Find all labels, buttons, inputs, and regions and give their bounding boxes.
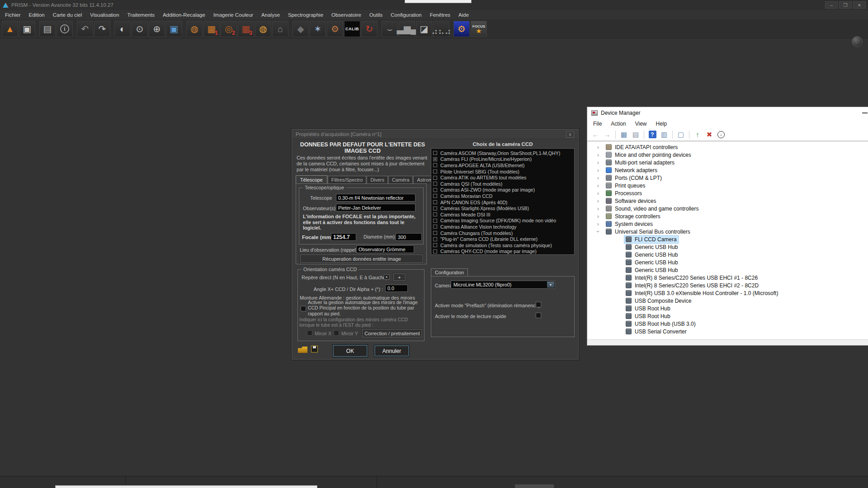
tree-item-usb-root-hub[interactable]: USB Root Hub: [587, 305, 868, 312]
tree-item-ide-ata-atapi-controllers[interactable]: ›IDE ATA/ATAPI controllers: [587, 143, 868, 151]
camera-checkbox[interactable]: [433, 206, 437, 211]
filter-wheel-icon[interactable]: ◍: [255, 21, 271, 37]
zoom-plus-icon[interactable]: ⊕: [149, 21, 165, 37]
tree-item-ports-com-lpt[interactable]: ›Ports (COM & LPT): [587, 174, 868, 182]
expand-chevron-icon[interactable]: ›: [594, 205, 602, 212]
dialog-titlebar[interactable]: Propriétés d'acquisition [Caméra n°1]: [292, 129, 578, 139]
repere-checkbox[interactable]: X: [384, 274, 389, 280]
autoguide-icon[interactable]: ⚙: [453, 21, 470, 37]
expand-chevron-icon[interactable]: ›: [594, 182, 602, 189]
dm-menu-file[interactable]: File: [589, 119, 606, 128]
camera-list-item[interactable]: Caméras Moravian CCD: [431, 193, 574, 199]
contrast-icon[interactable]: ◐: [114, 21, 131, 37]
minimize-button[interactable]: –: [825, 1, 838, 9]
ok-button[interactable]: OK: [333, 345, 368, 357]
tree-item-body[interactable]: Intel(R) 8 Series/C220 Series USB EHCI #…: [624, 282, 760, 289]
camera-list-item[interactable]: XCaméras FLI (ProLine/MicroLine/Hyperion…: [431, 156, 574, 163]
forward-icon[interactable]: →: [602, 130, 612, 140]
camera-checkbox[interactable]: [433, 176, 437, 180]
tree-item-system-devices[interactable]: ›System devices: [587, 220, 868, 228]
menu-observatoire[interactable]: Observatoire: [327, 11, 365, 19]
camera-list-item[interactable]: Caméras Imaging Source (DFK/DMK) mode no…: [431, 218, 574, 224]
tree-item-intel-r-8-series-c220-series-usb-ehci-2-8c2d[interactable]: Intel(R) 8 Series/C220 Series USB EHCI #…: [587, 282, 868, 289]
camera-list-item[interactable]: Caméras Starlight-Xpress (Modèles USB): [431, 205, 574, 211]
tree-item-body[interactable]: Generic USB Hub: [624, 267, 679, 274]
camera-checkbox[interactable]: [433, 169, 437, 174]
matrix-icon[interactable]: ◪: [416, 21, 432, 37]
console-icon[interactable]: ▦: [619, 130, 629, 140]
tree-item-fli-ccd-camera[interactable]: FLI CCD Camera: [587, 235, 868, 243]
tree-item-multi-port-serial-adapters[interactable]: ›Multi-port serial adapters: [587, 159, 868, 166]
focus-icon[interactable]: FOCUS★: [471, 21, 487, 37]
menu-analyse[interactable]: Analyse: [257, 11, 284, 19]
export-image-icon[interactable]: ▤: [39, 21, 56, 37]
expand-chevron-icon[interactable]: ›: [594, 151, 602, 158]
camera-list-item[interactable]: Caméras ASI-ZWO (mode image par image): [431, 187, 574, 193]
menu-edition[interactable]: Edition: [25, 11, 49, 19]
diametre-field[interactable]: 300: [396, 233, 422, 241]
zoom-icon[interactable]: ⊙: [132, 21, 148, 37]
dialog-close-button[interactable]: x: [566, 131, 574, 138]
camera-checkbox[interactable]: [433, 219, 437, 223]
lieu-field[interactable]: Observatory Grömme: [356, 245, 414, 253]
image-view-icon[interactable]: ▣: [166, 21, 182, 37]
tree-item-body[interactable]: USB Root Hub: [624, 313, 672, 320]
menu-traitements[interactable]: Traitements: [123, 11, 159, 19]
tree-item-body[interactable]: Generic USB Hub: [624, 251, 679, 258]
plus-button[interactable]: +: [393, 273, 406, 281]
tree-item-print-queues[interactable]: ›Print queues: [587, 182, 868, 189]
tree-item-usb-root-hub-usb-3-0[interactable]: USB Root Hub (USB 3.0): [587, 320, 868, 328]
close-button[interactable]: ✕: [853, 1, 866, 9]
dm-menu-help[interactable]: Help: [651, 119, 672, 128]
tree-item-body[interactable]: Network adapters: [604, 167, 659, 174]
dm-titlebar[interactable]: Device Manager: [587, 107, 868, 119]
expand-chevron-icon[interactable]: ›: [594, 213, 602, 220]
camera-checkbox[interactable]: X: [433, 157, 437, 161]
camera-list-item[interactable]: Pilote Universel SBIG (Tout modèles): [431, 169, 574, 175]
camera-checkbox[interactable]: [433, 243, 437, 247]
update-driver-icon[interactable]: ↑: [693, 130, 703, 140]
tree-item-body[interactable]: System devices: [604, 221, 654, 228]
tree-item-processors[interactable]: ›Processors: [587, 189, 868, 197]
sky-sphere-icon[interactable]: [852, 36, 863, 47]
back-icon[interactable]: ←: [590, 130, 600, 140]
collapse-chevron-icon[interactable]: ›: [595, 228, 602, 235]
tree-item-body[interactable]: FLI CCD Camera: [624, 236, 678, 243]
tree-item-universal-serial-bus-controllers[interactable]: ›Universal Serial Bus controllers: [587, 228, 868, 235]
menu-carte-du-ciel[interactable]: Carte du ciel: [49, 11, 86, 19]
camera-checkbox[interactable]: [433, 231, 437, 235]
tree-item-body[interactable]: Sound, video and game controllers: [604, 205, 700, 212]
menu-visualisation[interactable]: Visualisation: [86, 11, 123, 19]
observer-field[interactable]: Pieter-Jan Dekelver: [336, 204, 415, 211]
camera-checkbox[interactable]: [433, 200, 437, 204]
tab-cam-ra[interactable]: Caméra: [388, 176, 413, 183]
camera-list-item[interactable]: "Plug-in" Camera CCD (Librairie DLL exte…: [431, 236, 574, 242]
camera-checkbox[interactable]: [433, 151, 437, 155]
menu-spectrographie[interactable]: Spectrographie: [284, 11, 327, 19]
help-icon[interactable]: ?: [647, 130, 657, 140]
tree-item-body[interactable]: Intel(R) 8 Series/C220 Series USB EHCI #…: [624, 274, 759, 282]
tree-item-body[interactable]: Universal Serial Bus controllers: [604, 228, 692, 235]
camera-list-item[interactable]: Caméra Chungara (Tout modèles): [431, 230, 574, 236]
expand-chevron-icon[interactable]: ›: [594, 174, 602, 181]
camera-checkbox[interactable]: [433, 163, 437, 167]
profile-icon[interactable]: ⣠⣄⣠: [433, 21, 449, 37]
tree-item-body[interactable]: Intel(R) USB 3.0 eXtensible Host Control…: [624, 290, 779, 297]
observatory-icon[interactable]: ⌂: [272, 21, 288, 37]
menu-aide[interactable]: Aide: [454, 11, 473, 19]
dm-menu-action[interactable]: Action: [606, 119, 630, 128]
open-file-icon[interactable]: [298, 347, 307, 353]
fast-read-checkbox[interactable]: [536, 313, 541, 318]
tree-item-body[interactable]: USB Root Hub (USB 3.0): [624, 320, 697, 328]
lens-2-icon[interactable]: ◎2: [221, 21, 237, 37]
preflash-checkbox[interactable]: [536, 302, 541, 307]
tools-icon[interactable]: ⚙: [327, 21, 343, 37]
tree-item-storage-controllers[interactable]: ›Storage controllers: [587, 212, 868, 220]
camera-list-item[interactable]: Caméras QSI (Tout modèles): [431, 181, 574, 187]
tree-item-mice-and-other-pointing-devices[interactable]: ›Mice and other pointing devices: [587, 151, 868, 159]
recuperation-button[interactable]: Récuperation données entête image: [300, 254, 423, 263]
miroir-y-checkbox[interactable]: [334, 330, 339, 336]
camera-list-item[interactable]: Camera APOGEE ALTA (USB/Ethernet): [431, 162, 574, 169]
camera-checkbox[interactable]: [433, 182, 437, 186]
tree-item-body[interactable]: Print queues: [604, 182, 646, 189]
